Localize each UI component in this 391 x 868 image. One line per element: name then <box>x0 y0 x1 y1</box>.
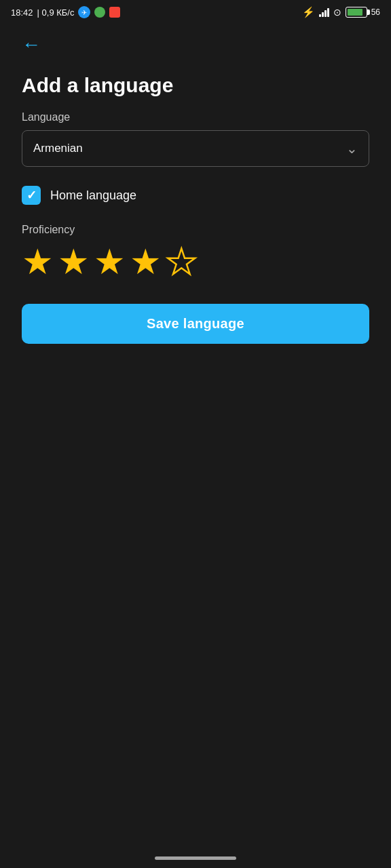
page-title: Add a language <box>22 73 369 98</box>
proficiency-stars[interactable]: ★ ★ ★ ★ ★ <box>22 244 369 279</box>
back-button[interactable]: ← <box>22 33 41 57</box>
battery-fill <box>348 9 362 16</box>
telegram-icon: ✈ <box>78 6 90 18</box>
home-language-checkbox[interactable]: ✓ <box>22 186 41 205</box>
status-left: 18:42 | 0,9 КБ/с ✈ <box>11 6 120 18</box>
status-right: ⚡ ⊙ 56 <box>302 6 380 18</box>
star-1[interactable]: ★ <box>22 244 54 279</box>
home-language-row: ✓ Home language <box>22 186 369 205</box>
signal-bars-icon <box>319 7 329 17</box>
chevron-down-icon: ⌄ <box>346 140 358 157</box>
status-bar: 18:42 | 0,9 КБ/с ✈ ⚡ ⊙ 56 <box>0 0 391 24</box>
main-content: ← Add a language Language Armenian ⌄ ✓ H… <box>0 24 391 366</box>
back-arrow-icon: ← <box>22 35 41 54</box>
home-language-label: Home language <box>50 189 136 203</box>
star-2[interactable]: ★ <box>58 244 90 279</box>
star-5[interactable]: ★ <box>166 244 198 279</box>
language-value: Armenian <box>33 142 83 155</box>
green-indicator-icon <box>94 7 105 18</box>
save-language-button[interactable]: Save language <box>22 304 369 344</box>
checkmark-icon: ✓ <box>26 189 37 201</box>
network-speed: | 0,9 КБ/с <box>37 7 75 18</box>
star-3[interactable]: ★ <box>94 244 126 279</box>
bluetooth-icon: ⚡ <box>302 6 315 18</box>
battery-icon <box>346 7 367 18</box>
bottom-home-indicator <box>155 856 236 860</box>
language-dropdown[interactable]: Armenian ⌄ <box>22 130 369 167</box>
proficiency-label: Proficiency <box>22 224 369 236</box>
time-display: 18:42 <box>11 7 33 18</box>
star-4[interactable]: ★ <box>130 244 162 279</box>
battery-label: 56 <box>371 7 380 17</box>
red-indicator-icon <box>109 7 120 18</box>
wifi-icon: ⊙ <box>333 7 341 18</box>
language-label: Language <box>22 111 369 123</box>
